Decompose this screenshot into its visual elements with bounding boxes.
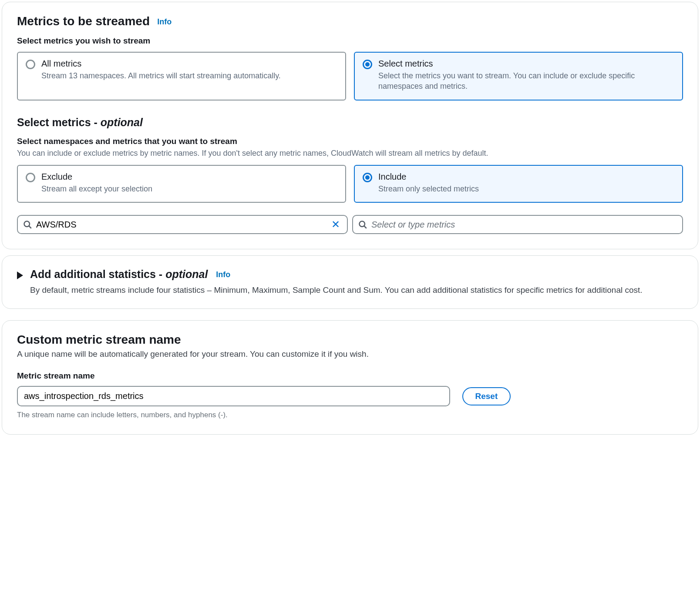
search-icon <box>23 220 32 229</box>
stats-desc: By default, metric streams include four … <box>30 284 683 296</box>
additional-statistics-panel: Add additional statistics - optional Inf… <box>2 255 698 309</box>
name-hint: The stream name can include letters, num… <box>17 411 683 419</box>
svg-line-3 <box>364 226 367 228</box>
tile-select-metrics[interactable]: Select metrics Select the metrics you wa… <box>354 52 683 100</box>
namespaces-heading: Select namespaces and metrics that you w… <box>17 137 683 146</box>
select-metrics-section-title: Select metrics - optional <box>17 116 683 129</box>
tile-select-title: Select metrics <box>378 59 674 69</box>
namespace-input-wrap[interactable]: ✕ <box>17 215 348 234</box>
radio-exclude[interactable] <box>26 173 35 182</box>
info-link-metrics[interactable]: Info <box>157 17 172 26</box>
radio-include[interactable] <box>363 173 372 182</box>
metrics-to-stream-panel: Metrics to be streamed Info Select metri… <box>2 2 698 249</box>
expand-arrow-icon[interactable] <box>17 271 23 279</box>
metrics-title: Metrics to be streamed <box>17 14 150 28</box>
clear-namespace-icon[interactable]: ✕ <box>330 219 342 230</box>
namespaces-desc: You can include or exclude metrics by me… <box>17 148 683 159</box>
stats-title: Add additional statistics - optional <box>30 268 211 280</box>
tile-all-desc: Stream 13 namespaces. All metrics will s… <box>41 70 281 81</box>
tile-exclude-desc: Stream all except your selection <box>41 184 152 194</box>
info-link-stats[interactable]: Info <box>216 270 230 279</box>
tile-exclude[interactable]: Exclude Stream all except your selection <box>17 165 346 203</box>
name-desc: A unique name will be automatically gene… <box>17 348 683 360</box>
svg-point-0 <box>24 221 30 227</box>
stream-name-input[interactable] <box>17 386 450 406</box>
name-label: Metric stream name <box>17 371 683 381</box>
radio-all-metrics[interactable] <box>26 60 35 69</box>
name-title: Custom metric stream name <box>17 333 181 346</box>
tile-select-desc: Select the metrics you want to stream. Y… <box>378 70 674 92</box>
reset-button[interactable]: Reset <box>462 387 511 405</box>
custom-name-panel: Custom metric stream name A unique name … <box>2 320 698 435</box>
select-metrics-heading: Select metrics you wish to stream <box>17 36 683 46</box>
tile-all-metrics[interactable]: All metrics Stream 13 namespaces. All me… <box>17 52 346 100</box>
namespace-input[interactable] <box>36 220 325 230</box>
tile-all-title: All metrics <box>41 59 281 69</box>
search-icon <box>358 220 367 229</box>
svg-point-2 <box>360 221 365 227</box>
tile-exclude-title: Exclude <box>41 172 152 182</box>
radio-select-metrics[interactable] <box>363 60 372 69</box>
tile-include-title: Include <box>378 172 479 182</box>
tile-include[interactable]: Include Stream only selected metrics <box>354 165 683 203</box>
metrics-input[interactable] <box>371 220 677 230</box>
metrics-input-wrap[interactable] <box>352 215 683 234</box>
tile-include-desc: Stream only selected metrics <box>378 184 479 194</box>
svg-line-1 <box>29 226 31 228</box>
